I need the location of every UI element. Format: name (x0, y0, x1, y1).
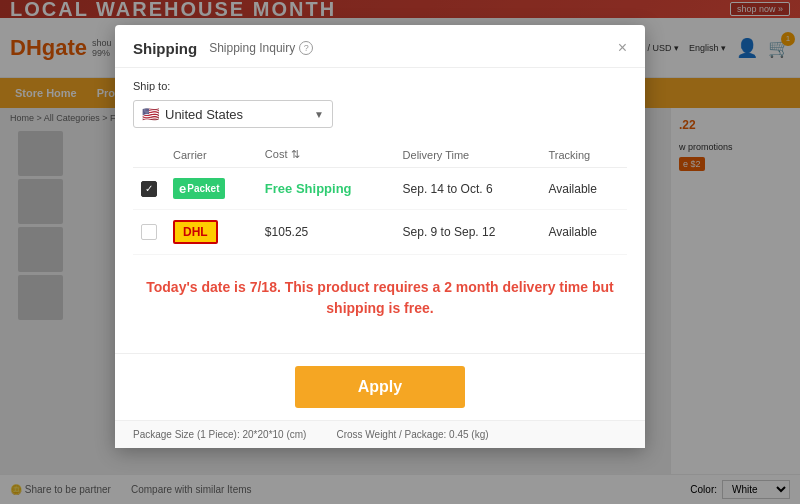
col-header-delivery: Delivery Time (395, 142, 541, 168)
row1-delivery: Sep. 14 to Oct. 6 (395, 168, 541, 210)
col-header-cost: Cost ⇅ (257, 142, 395, 168)
row1-cost: Free Shipping (257, 168, 395, 210)
cross-weight: Cross Weight / Package: 0.45 (kg) (336, 429, 488, 440)
row2-checkbox[interactable] (133, 210, 165, 255)
shipping-notice: Today's date is 7/18. This product requi… (133, 269, 627, 327)
shipping-table: Carrier Cost ⇅ Delivery Time Tracking e (133, 142, 627, 255)
row2-tracking: Available (540, 210, 627, 255)
col-header-checkbox (133, 142, 165, 168)
row2-cost: $105.25 (257, 210, 395, 255)
dhl-logo: DHL (173, 220, 218, 244)
free-shipping-label: Free Shipping (265, 181, 352, 196)
checkbox-unchecked-icon (141, 224, 157, 240)
row1-checkbox[interactable] (133, 168, 165, 210)
row2-delivery: Sep. 9 to Sep. 12 (395, 210, 541, 255)
table-row[interactable]: DHL $105.25 Sep. 9 to Sep. 12 Available (133, 210, 627, 255)
ship-to-selector[interactable]: 🇺🇸 United States ▼ (133, 100, 333, 128)
ship-to-value: United States (165, 107, 314, 122)
modal-title: Shipping (133, 40, 197, 57)
shipping-modal: Shipping Shipping Inquiry ? × Ship to: 🇺… (115, 25, 645, 448)
ship-to-label: Ship to: (133, 80, 627, 92)
checkbox-checked-icon (141, 181, 157, 197)
shipping-inquiry-link[interactable]: Shipping Inquiry (209, 41, 295, 55)
help-icon[interactable]: ? (299, 41, 313, 55)
col-header-tracking: Tracking (540, 142, 627, 168)
table-row[interactable]: ePacket Free Shipping Sep. 14 to Oct. 6 … (133, 168, 627, 210)
row1-tracking: Available (540, 168, 627, 210)
col-header-carrier: Carrier (165, 142, 257, 168)
row1-carrier: ePacket (165, 168, 257, 210)
modal-close-button[interactable]: × (618, 39, 627, 57)
row2-carrier: DHL (165, 210, 257, 255)
modal-body: Ship to: 🇺🇸 United States ▼ Carrier Cost… (115, 68, 645, 353)
apply-section: Apply (115, 353, 645, 420)
modal-header: Shipping Shipping Inquiry ? × (115, 25, 645, 68)
epacket-logo: ePacket (173, 178, 225, 199)
country-flag-icon: 🇺🇸 (142, 106, 159, 122)
package-info: Package Size (1 Piece): 20*20*10 (cm) Cr… (115, 420, 645, 448)
chevron-down-icon: ▼ (314, 109, 324, 120)
package-size: Package Size (1 Piece): 20*20*10 (cm) (133, 429, 306, 440)
apply-button[interactable]: Apply (295, 366, 465, 408)
